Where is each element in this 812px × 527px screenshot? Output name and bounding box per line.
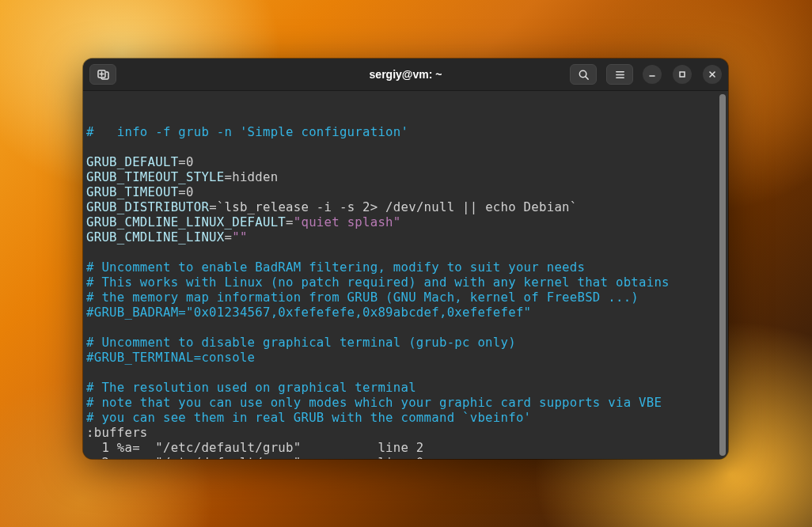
menu-button[interactable]	[606, 64, 633, 85]
terminal-text-segment: # Uncomment to disable graphical termina…	[86, 335, 516, 350]
terminal-text-segment: # Uncomment to enable BadRAM filtering, …	[86, 260, 585, 275]
terminal-text-segment: "quiet splash"	[294, 214, 401, 229]
titlebar: sergiy@vm: ~	[83, 59, 728, 91]
terminal-line: GRUB_TIMEOUT=0	[86, 184, 728, 199]
minimize-icon	[648, 70, 656, 78]
terminal-line: GRUB_CMDLINE_LINUX=""	[86, 229, 728, 245]
terminal-line: :buffers	[86, 425, 728, 440]
terminal-text-segment: ""	[232, 229, 247, 245]
terminal-line: #GRUB_TERMINAL=console	[86, 350, 728, 365]
terminal-text-segment: =`lsb_release -i -s 2> /dev/null || echo…	[209, 199, 577, 214]
terminal-text-segment: 1 %a= "/etc/default/grub" line 2	[86, 440, 424, 455]
terminal-text-segment: =	[225, 229, 233, 245]
search-button[interactable]	[570, 64, 597, 85]
terminal-line	[86, 245, 728, 260]
close-icon	[708, 70, 716, 78]
titlebar-right-group	[570, 64, 722, 85]
terminal-line: # note that you can use only modes which…	[86, 395, 728, 410]
terminal-line	[86, 365, 728, 380]
terminal-text-segment: #GRUB_BADRAM="0x01234567,0xfefefefe,0x89…	[86, 305, 531, 320]
terminal-text-segment: GRUB_TIMEOUT	[86, 184, 178, 199]
terminal-text-segment: # note that you can use only modes which…	[86, 395, 662, 410]
terminal-line: #GRUB_BADRAM="0x01234567,0xfefefefe,0x89…	[86, 305, 728, 320]
terminal-line: # Uncomment to disable graphical termina…	[86, 335, 728, 350]
minimize-button[interactable]	[643, 65, 662, 84]
terminal-content-area[interactable]: # info -f grub -n 'Simple configuration'…	[83, 91, 728, 459]
terminal-line: GRUB_CMDLINE_LINUX_DEFAULT="quiet splash…	[86, 214, 728, 229]
hamburger-icon	[614, 69, 626, 81]
terminal-line	[86, 139, 728, 154]
terminal-text-segment: # info -f grub -n 'Simple configuration'	[86, 124, 408, 139]
terminal-line: # The resolution used on graphical termi…	[86, 380, 728, 395]
terminal-line: 1 %a= "/etc/default/grub" line 2	[86, 440, 728, 455]
terminal-line: # you can see them in real GRUB with the…	[86, 410, 728, 425]
terminal-line: # the memory map information from GRUB (…	[86, 290, 728, 305]
terminal-text-segment: =hidden	[225, 169, 279, 184]
terminal-text-segment: GRUB_TIMEOUT_STYLE	[86, 169, 225, 184]
terminal-text-segment: GRUB_CMDLINE_LINUX_DEFAULT	[86, 214, 286, 229]
titlebar-left-group	[89, 64, 116, 85]
terminal-line: # This works with Linux (no patch requir…	[86, 275, 728, 290]
terminal-line: 2 "/etc/default/cron" line 0	[86, 455, 728, 459]
terminal-line: GRUB_DISTRIBUTOR=`lsb_release -i -s 2> /…	[86, 199, 728, 214]
terminal-line: # Uncomment to enable BadRAM filtering, …	[86, 260, 728, 275]
terminal-text-segment: GRUB_CMDLINE_LINUX	[86, 229, 225, 245]
scrollbar[interactable]	[719, 94, 726, 456]
terminal-line: # info -f grub -n 'Simple configuration'	[86, 124, 728, 139]
terminal-window: sergiy@vm: ~	[83, 59, 728, 459]
terminal-text-segment: =0	[178, 154, 193, 169]
terminal-text-segment: 2 "/etc/default/cron" line 0	[86, 455, 424, 459]
terminal-line	[86, 320, 728, 335]
terminal-text-segment: # This works with Linux (no patch requir…	[86, 275, 670, 290]
terminal-text-segment: :buffers	[86, 425, 148, 440]
terminal-text-segment: =0	[178, 184, 193, 199]
terminal-text-segment: #GRUB_TERMINAL=console	[86, 350, 255, 365]
new-tab-icon	[97, 68, 109, 81]
terminal-text-segment: GRUB_DEFAULT	[86, 154, 178, 169]
terminal-text-segment: GRUB_DISTRIBUTOR	[86, 199, 209, 214]
new-tab-button[interactable]	[89, 64, 116, 85]
maximize-button[interactable]	[673, 65, 692, 84]
terminal-line: GRUB_TIMEOUT_STYLE=hidden	[86, 169, 728, 184]
terminal-text-segment: # The resolution used on graphical termi…	[86, 380, 416, 395]
terminal-text-segment: # the memory map information from GRUB (…	[86, 290, 639, 305]
maximize-icon	[678, 70, 686, 78]
close-button[interactable]	[703, 65, 722, 84]
terminal-line: GRUB_DEFAULT=0	[86, 154, 728, 169]
window-controls	[643, 65, 722, 84]
svg-rect-7	[680, 72, 685, 77]
search-icon	[578, 69, 590, 81]
terminal-text-segment: # you can see them in real GRUB with the…	[86, 410, 531, 425]
svg-line-2	[585, 76, 587, 78]
terminal-text-segment: =	[286, 214, 294, 229]
window-title: sergiy@vm: ~	[370, 68, 442, 81]
